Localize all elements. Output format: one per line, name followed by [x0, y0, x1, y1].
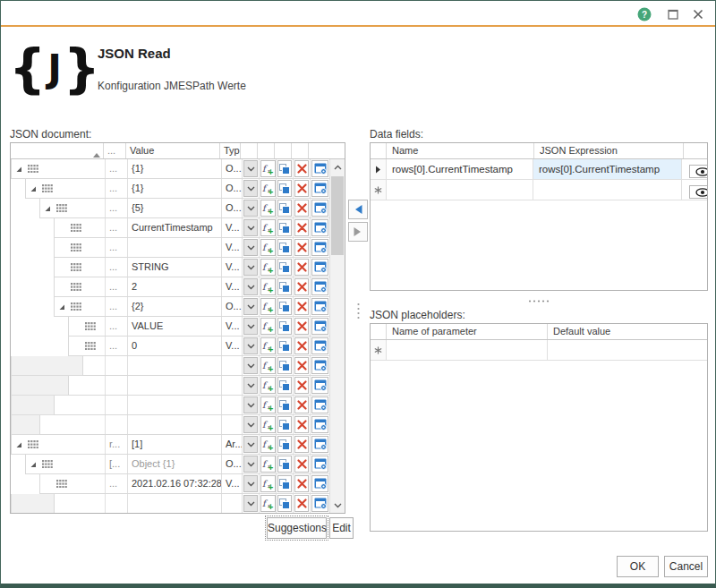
value-cell[interactable]: Object {1} — [127, 455, 221, 473]
window-settings-button[interactable] — [311, 396, 328, 413]
add-function-button[interactable]: fx+ — [260, 377, 276, 394]
delete-button[interactable] — [294, 337, 309, 354]
name-cell[interactable]: ... — [105, 258, 127, 277]
type-cell[interactable] — [221, 376, 242, 395]
drag-handle-icon[interactable] — [83, 342, 98, 350]
expand-toggle-icon[interactable] — [26, 185, 40, 192]
value-cell[interactable] — [127, 396, 221, 414]
delete-button[interactable] — [294, 377, 309, 394]
name-cell[interactable]: ... — [105, 337, 127, 355]
drag-handle-icon[interactable] — [69, 303, 83, 311]
name-cell[interactable]: ... — [105, 179, 127, 198]
tree-row[interactable]: ...CurrentTimestampV...fx+ — [11, 218, 329, 238]
delete-button[interactable] — [294, 475, 309, 492]
add-function-button[interactable]: fx+ — [260, 160, 276, 177]
drag-handle-icon[interactable] — [69, 283, 83, 291]
add-function-button[interactable]: fx+ — [260, 239, 276, 256]
type-dropdown-button[interactable] — [243, 200, 258, 217]
copy-button[interactable] — [277, 219, 292, 236]
type-dropdown-button[interactable] — [243, 278, 258, 295]
preview-eye-button[interactable] — [689, 185, 707, 199]
scroll-down-icon[interactable] — [330, 498, 345, 513]
cancel-button[interactable]: Cancel — [664, 556, 708, 577]
delete-button[interactable] — [294, 318, 309, 335]
add-function-button[interactable]: fx+ — [260, 436, 276, 453]
preview-eye-button[interactable] — [689, 165, 707, 178]
drag-handle-icon[interactable] — [69, 224, 83, 232]
delete-button[interactable] — [294, 278, 309, 295]
type-dropdown-button[interactable] — [243, 475, 258, 492]
copy-button[interactable] — [277, 495, 292, 512]
value-cell[interactable]: 2 — [127, 277, 221, 296]
type-cell[interactable]: V... — [221, 474, 242, 493]
drag-handle-icon[interactable] — [55, 480, 69, 488]
tree-row[interactable]: ...STRINGV...fx+ — [11, 258, 329, 277]
copy-button[interactable] — [277, 259, 292, 276]
expand-toggle-icon[interactable] — [12, 166, 26, 173]
window-settings-button[interactable] — [311, 377, 328, 394]
add-function-button[interactable]: fx+ — [260, 298, 276, 315]
type-cell[interactable] — [221, 396, 242, 414]
window-settings-button[interactable] — [311, 416, 328, 433]
window-settings-button[interactable] — [311, 200, 328, 217]
type-dropdown-button[interactable] — [243, 239, 258, 256]
delete-button[interactable] — [294, 180, 309, 197]
add-function-button[interactable]: fx+ — [260, 219, 276, 236]
window-settings-button[interactable] — [311, 475, 328, 492]
add-function-button[interactable]: fx+ — [260, 278, 276, 295]
name-cell[interactable]: ... — [105, 159, 127, 178]
field-expression-cell[interactable]: rows[0].CurrentTimestamp — [533, 159, 682, 179]
window-settings-button[interactable] — [311, 180, 328, 197]
tree-spacer-row[interactable]: fx+ — [11, 396, 329, 415]
type-cell[interactable]: O... — [221, 199, 242, 217]
copy-button[interactable] — [277, 298, 292, 315]
field-name-cell[interactable]: rows[0].CurrentTimestamp — [387, 159, 533, 179]
copy-button[interactable] — [277, 377, 292, 394]
name-cell[interactable] — [105, 356, 127, 375]
type-dropdown-button[interactable] — [243, 337, 258, 354]
delete-button[interactable] — [294, 436, 309, 453]
type-dropdown-button[interactable] — [243, 456, 258, 473]
add-function-button[interactable]: fx+ — [260, 200, 276, 217]
tree-row[interactable]: ...0V...fx+ — [11, 337, 329, 356]
add-function-button[interactable]: fx+ — [260, 416, 276, 433]
tree-row[interactable]: ...2021.02.16 07:32:28V...fx+ — [11, 474, 329, 494]
value-cell[interactable] — [127, 415, 221, 434]
window-settings-button[interactable] — [311, 456, 328, 473]
type-cell[interactable]: V... — [221, 218, 242, 237]
type-cell[interactable]: O... — [221, 179, 242, 198]
tree-spacer-row[interactable]: fx+ — [11, 415, 329, 435]
drag-handle-icon[interactable] — [40, 184, 55, 192]
value-cell[interactable]: [1] — [127, 435, 221, 454]
expand-toggle-icon[interactable] — [12, 441, 26, 448]
drag-handle-icon[interactable] — [69, 263, 83, 271]
type-dropdown-button[interactable] — [243, 495, 258, 512]
window-settings-button[interactable] — [311, 219, 328, 236]
ok-button[interactable]: OK — [617, 556, 659, 577]
help-icon[interactable]: ? — [636, 6, 652, 22]
value-cell[interactable] — [127, 376, 221, 395]
value-cell[interactable]: {2} — [127, 297, 221, 316]
delete-button[interactable] — [294, 160, 309, 177]
add-function-button[interactable]: fx+ — [260, 180, 276, 197]
type-cell[interactable]: O... — [221, 159, 242, 178]
close-icon[interactable] — [690, 6, 706, 22]
parameter-name-cell[interactable] — [387, 340, 548, 360]
type-dropdown-button[interactable] — [243, 416, 258, 433]
tree-column-header[interactable] — [11, 143, 104, 158]
tree-row[interactable]: ...V...fx+ — [11, 238, 329, 258]
field-name-cell[interactable] — [387, 180, 533, 200]
type-cell[interactable] — [221, 494, 242, 513]
add-function-button[interactable]: fx+ — [260, 396, 276, 413]
delete-button[interactable] — [294, 239, 309, 256]
data-field-row[interactable]: rows[0].CurrentTimestamprows[0].CurrentT… — [371, 159, 707, 180]
name-column-header[interactable]: Name — [387, 143, 534, 158]
add-function-button[interactable]: fx+ — [260, 259, 276, 276]
copy-button[interactable] — [277, 475, 292, 492]
delete-button[interactable] — [294, 416, 309, 433]
value-cell[interactable]: {1} — [127, 159, 221, 178]
expand-toggle-icon[interactable] — [26, 461, 40, 468]
maximize-icon[interactable] — [665, 6, 681, 22]
name-cell[interactable]: ... — [105, 238, 127, 257]
tree-row[interactable]: ...{5}O...fx+ — [11, 199, 329, 218]
